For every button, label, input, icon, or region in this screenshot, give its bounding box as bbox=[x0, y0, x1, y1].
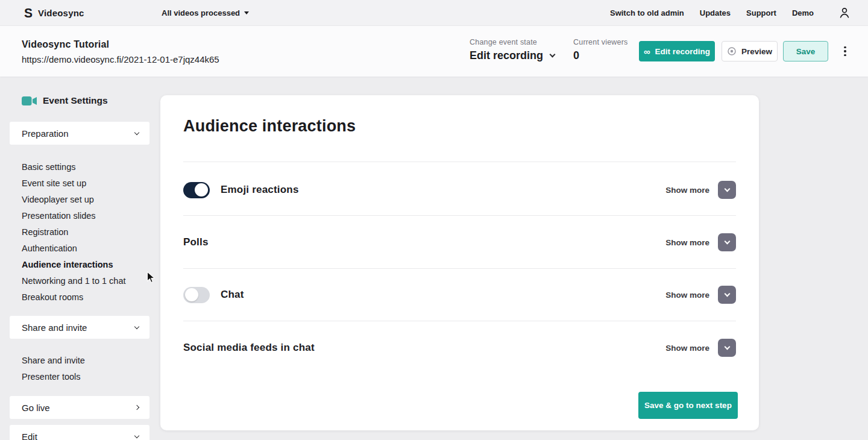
event-title-block: Videosync Tutorial https://demo.videosyn… bbox=[22, 39, 219, 64]
eye-icon bbox=[727, 46, 737, 56]
expand-section-button[interactable] bbox=[718, 181, 736, 199]
feature-label: Social media feeds in chat bbox=[183, 342, 315, 354]
sidebar-item-breakout-rooms[interactable]: Breakout rooms bbox=[22, 289, 126, 305]
show-more-link[interactable]: Show more bbox=[665, 291, 709, 300]
section-share-label: Share and invite bbox=[22, 322, 87, 333]
chevron-down-icon bbox=[724, 239, 730, 245]
sidebar-item-share-and-invite[interactable]: Share and invite bbox=[22, 352, 85, 368]
processing-status-label: All videos processed bbox=[162, 8, 240, 17]
viewers-label: Current viewers bbox=[573, 38, 628, 46]
sidebar-section-edit[interactable]: Edit bbox=[10, 425, 149, 440]
show-more-link[interactable]: Show more bbox=[665, 344, 709, 353]
chevron-down-icon bbox=[724, 186, 730, 192]
divider bbox=[183, 321, 736, 321]
save-button[interactable]: Save bbox=[783, 41, 828, 61]
sidebar-item-event-site-set-up[interactable]: Event site set up bbox=[22, 175, 126, 191]
sidebar-item-registration[interactable]: Registration bbox=[22, 224, 126, 240]
event-state-label: Change event state bbox=[470, 38, 555, 46]
section-edit-label: Edit bbox=[22, 432, 37, 440]
videosync-logo-icon: S bbox=[24, 6, 33, 19]
recording-icon: ∞ bbox=[644, 47, 650, 56]
chevron-down-icon bbox=[134, 433, 139, 438]
share-items: Share and invite Presenter tools bbox=[22, 352, 85, 385]
event-state-block: Change event state Edit recording bbox=[470, 38, 555, 62]
sidebar-title-label: Event Settings bbox=[43, 95, 108, 106]
mouse-cursor bbox=[146, 271, 156, 286]
feature-label: Emoji reactions bbox=[221, 184, 299, 196]
chevron-down-icon bbox=[134, 130, 139, 134]
feature-row-emoji-reactions: Emoji reactions Show more bbox=[183, 177, 736, 203]
sidebar-item-videoplayer-set-up[interactable]: Videoplayer set up bbox=[22, 191, 126, 207]
link-updates[interactable]: Updates bbox=[700, 8, 731, 17]
top-links: Switch to old admin Updates Support Demo bbox=[610, 6, 851, 19]
emoji-reactions-toggle[interactable] bbox=[183, 182, 210, 198]
brand-name: Videosync bbox=[38, 8, 84, 18]
chevron-down-icon bbox=[550, 52, 556, 58]
user-account-icon[interactable] bbox=[838, 6, 851, 19]
current-viewers-block: Current viewers 0 bbox=[573, 38, 628, 62]
section-golive-label: Go live bbox=[22, 403, 50, 413]
sidebar-title: Event Settings bbox=[22, 95, 108, 106]
viewers-count: 0 bbox=[573, 49, 628, 62]
event-state-value: Edit recording bbox=[470, 49, 543, 62]
chevron-down-icon bbox=[724, 344, 730, 350]
edit-recording-label: Edit recording bbox=[655, 47, 711, 56]
chevron-right-icon bbox=[134, 405, 139, 410]
page-title: Audience interactions bbox=[183, 117, 356, 136]
show-more-link[interactable]: Show more bbox=[665, 238, 709, 247]
sidebar-item-authentication[interactable]: Authentication bbox=[22, 240, 126, 256]
sidebar-item-basic-settings[interactable]: Basic settings bbox=[22, 159, 126, 175]
feature-row-polls: Polls Show more bbox=[183, 229, 736, 256]
show-more-link[interactable]: Show more bbox=[665, 186, 709, 195]
more-options-kebab-icon[interactable] bbox=[838, 43, 852, 60]
brand[interactable]: S Videosync bbox=[24, 7, 84, 19]
chevron-down-icon bbox=[134, 324, 139, 328]
video-camera-icon bbox=[22, 96, 37, 105]
feature-row-chat: Chat Show more bbox=[183, 281, 736, 308]
edit-recording-button[interactable]: ∞ Edit recording bbox=[639, 41, 715, 61]
sidebar-section-preparation[interactable]: Preparation bbox=[10, 122, 149, 145]
divider bbox=[183, 268, 736, 269]
chevron-down-icon bbox=[724, 291, 730, 297]
sidebar-item-presentation-slides[interactable]: Presentation slides bbox=[22, 207, 126, 224]
caret-down-icon bbox=[244, 11, 249, 14]
divider bbox=[183, 162, 736, 162]
preparation-items: Basic settings Event site set up Videopl… bbox=[22, 159, 126, 305]
save-and-next-step-button[interactable]: Save & go to next step bbox=[638, 392, 738, 419]
sidebar-item-networking-1to1-chat[interactable]: Networking and 1 to 1 chat bbox=[22, 272, 126, 289]
audience-interactions-panel: Audience interactions Emoji reactions Sh… bbox=[160, 95, 759, 430]
video-processing-status-dropdown[interactable]: All videos processed bbox=[162, 8, 249, 17]
feature-row-social-media-feeds: Social media feeds in chat Show more bbox=[183, 335, 736, 361]
sidebar-item-audience-interactions[interactable]: Audience interactions bbox=[22, 256, 126, 272]
chat-toggle[interactable] bbox=[183, 287, 210, 303]
feature-label: Polls bbox=[183, 236, 209, 248]
sidebar-section-share-and-invite[interactable]: Share and invite bbox=[10, 316, 149, 339]
save-label: Save bbox=[796, 47, 816, 56]
sidebar-section-go-live[interactable]: Go live bbox=[10, 396, 149, 419]
link-switch-old-admin[interactable]: Switch to old admin bbox=[610, 8, 684, 17]
feature-label: Chat bbox=[221, 289, 244, 301]
link-support[interactable]: Support bbox=[746, 8, 776, 17]
event-state-dropdown[interactable]: Edit recording bbox=[470, 49, 555, 62]
section-preparation-label: Preparation bbox=[22, 128, 69, 139]
expand-section-button[interactable] bbox=[718, 339, 736, 357]
event-title: Videosync Tutorial bbox=[22, 39, 219, 50]
preview-button[interactable]: Preview bbox=[722, 41, 778, 61]
expand-section-button[interactable] bbox=[718, 286, 736, 304]
event-header: Videosync Tutorial https://demo.videosyn… bbox=[0, 26, 868, 77]
divider bbox=[183, 215, 736, 216]
event-url[interactable]: https://demo.videosync.fi/2021-12-01-e7j… bbox=[22, 54, 219, 64]
preview-label: Preview bbox=[741, 47, 772, 56]
top-bar: S Videosync All videos processed Switch … bbox=[0, 0, 868, 26]
expand-section-button[interactable] bbox=[718, 233, 736, 251]
sidebar-item-presenter-tools[interactable]: Presenter tools bbox=[22, 368, 85, 385]
link-demo[interactable]: Demo bbox=[792, 8, 814, 17]
